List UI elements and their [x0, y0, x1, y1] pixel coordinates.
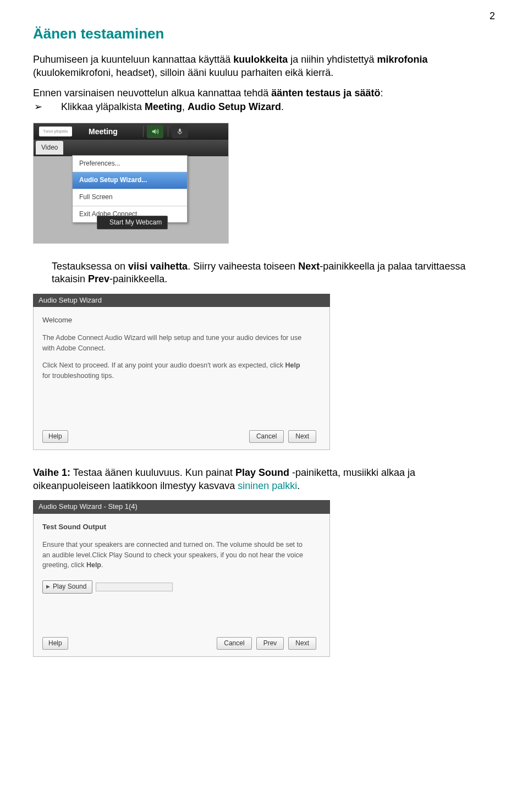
teal-sininen-palkki: sininen palkki: [238, 480, 297, 491]
text: Ennen varsinaisen neuvottelun alkua kann…: [33, 87, 271, 98]
bold-vaihe1: Vaihe 1:: [33, 467, 70, 478]
video-tab[interactable]: Video: [36, 141, 63, 155]
menu-item-full-screen[interactable]: Full Screen: [73, 189, 187, 206]
bold-prev: Prev: [88, 273, 109, 284]
text: .: [101, 561, 103, 569]
page-number: 2: [33, 10, 495, 23]
sound-level-bar: [96, 583, 173, 591]
screenshot-meeting-menu: Turun yliopisto Meeting Video Preference…: [33, 123, 229, 244]
next-button[interactable]: Next: [288, 430, 316, 443]
dialog-body: Welcome The Adobe Connect Audio Wizard w…: [33, 307, 330, 450]
top-toolbar: Turun yliopisto Meeting: [34, 123, 228, 140]
bold-testaus: äänten testaus ja säätö: [271, 87, 380, 98]
bold-meeting: Meeting: [145, 101, 182, 112]
play-sound-button[interactable]: Play Sound: [42, 580, 92, 594]
button-row: Help Cancel Prev Next: [42, 637, 321, 650]
text: (kuulokemikrofoni, headset), silloin ään…: [33, 67, 333, 78]
start-webcam-button[interactable]: Start My Webcam: [97, 216, 168, 230]
menu-item-audio-setup-wizard[interactable]: Audio Setup Wizard...: [73, 172, 187, 189]
text: .: [297, 480, 300, 491]
screenshot-wizard-welcome: Audio Setup Wizard Welcome The Adobe Con…: [33, 294, 330, 451]
bold-help: Help: [285, 361, 300, 369]
dialog-title: Audio Setup Wizard: [33, 294, 330, 308]
text: ,: [182, 101, 188, 112]
play-sound-row: Play Sound: [42, 580, 321, 594]
bold-audio-setup-wizard: Audio Setup Wizard: [188, 101, 281, 112]
text: Testauksessa on: [52, 261, 128, 272]
cancel-button[interactable]: Cancel: [217, 637, 251, 650]
meeting-dropdown: Preferences... Audio Setup Wizard... Ful…: [72, 155, 188, 223]
text: Click Next to proceed. If at any point y…: [42, 361, 285, 369]
bullet-glyph: ➢: [34, 101, 42, 113]
step-heading: Test Sound Output: [42, 523, 321, 532]
pod-body: Preferences... Audio Setup Wizard... Ful…: [34, 156, 228, 243]
text: Testaa äänen kuuluvuus. Kun painat: [70, 467, 235, 478]
intro-paragraph: Puhumiseen ja kuunteluun kannattaa käytt…: [33, 53, 495, 79]
wizard-text-1: The Adobe Connect Audio Wizard will help…: [42, 333, 306, 354]
bold-help: Help: [86, 561, 101, 569]
text: -painikkeella.: [109, 273, 167, 284]
text: Puhumiseen ja kuunteluun kannattaa käytt…: [33, 54, 233, 65]
bold-mikrofonia: mikrofonia: [377, 54, 427, 65]
bullet-text: Klikkaa yläpalkista Meeting, Audio Setup…: [61, 101, 284, 113]
menu-item-preferences[interactable]: Preferences...: [73, 156, 187, 173]
help-button[interactable]: Help: [42, 637, 68, 650]
button-row: Help Cancel Next: [42, 430, 321, 443]
prev-button[interactable]: Prev: [256, 637, 284, 650]
logo: Turun yliopisto: [39, 127, 72, 136]
bold-kuulokkeita: kuulokkeita: [233, 54, 288, 65]
svg-rect-0: [179, 129, 181, 132]
mid-paragraph: Testauksessa on viisi vaihetta. Siirry v…: [52, 260, 468, 286]
help-button[interactable]: Help: [42, 430, 68, 443]
mic-icon[interactable]: [172, 125, 188, 138]
next-button[interactable]: Next: [288, 637, 316, 650]
text: Klikkaa yläpalkista: [61, 101, 145, 112]
page-title: Äänen testaaminen: [33, 25, 495, 43]
speaker-icon[interactable]: [147, 125, 163, 138]
text: :: [380, 87, 383, 98]
cancel-button[interactable]: Cancel: [249, 430, 284, 443]
vaihe1-paragraph: Vaihe 1: Testaa äänen kuuluvuus. Kun pai…: [33, 467, 495, 492]
dialog-body: Test Sound Output Ensure that your speak…: [33, 514, 330, 657]
bullet-item: ➢ Klikkaa yläpalkista Meeting, Audio Set…: [33, 101, 495, 113]
text: for troubleshooting tips.: [42, 372, 114, 380]
wizard-text-2: Click Next to proceed. If at any point y…: [42, 360, 306, 381]
meeting-menu-button[interactable]: Meeting: [89, 127, 118, 136]
bold-play-sound: Play Sound: [235, 467, 289, 478]
text: Ensure that your speakers are connected …: [42, 541, 303, 569]
step-text: Ensure that your speakers are connected …: [42, 540, 306, 570]
text: ja niihin yhdistettyä: [288, 54, 377, 65]
pretest-paragraph: Ennen varsinaisen neuvottelun alkua kann…: [33, 87, 495, 100]
secondary-toolbar: Video: [34, 140, 228, 156]
welcome-heading: Welcome: [42, 316, 321, 325]
bold-viisi-vaihetta: viisi vaihetta: [128, 261, 188, 272]
bold-next: Next: [298, 261, 320, 272]
separator: [143, 126, 144, 137]
text: . Siirry vaiheesta toiseen: [188, 261, 298, 272]
dialog-title: Audio Setup Wizard - Step 1(4): [33, 500, 330, 514]
text: .: [281, 101, 284, 112]
separator: [168, 126, 168, 137]
screenshot-wizard-step1: Audio Setup Wizard - Step 1(4) Test Soun…: [33, 500, 330, 657]
